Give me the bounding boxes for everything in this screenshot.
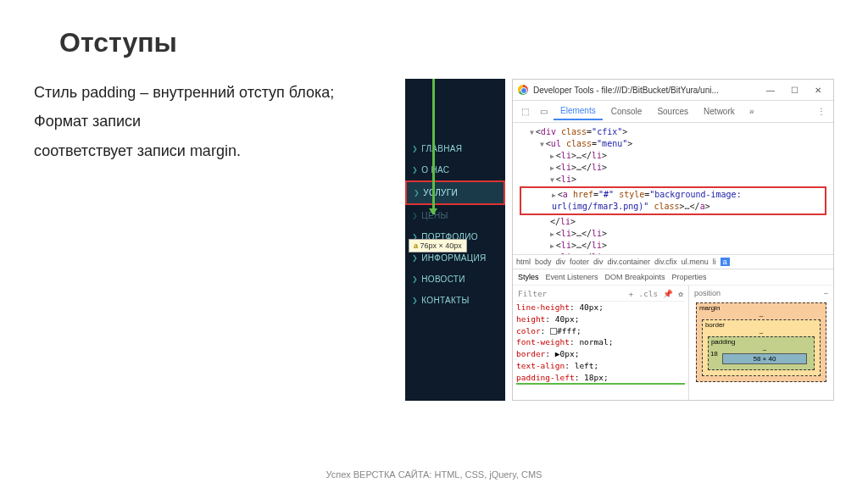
nav-item[interactable]: ❯НОВОСТИ (405, 269, 505, 290)
tab-network[interactable]: Network (697, 103, 742, 119)
kebab-menu-icon[interactable]: ⋮ (813, 107, 830, 116)
position-label: position (694, 289, 721, 297)
subtab-event-listeners[interactable]: Event Listeners (546, 273, 598, 281)
nav-item[interactable]: ❯О НАС (405, 159, 505, 180)
more-icon[interactable]: ✿ (678, 289, 683, 298)
cls-toggle[interactable]: .cls (638, 289, 658, 298)
subtab-styles[interactable]: Styles (518, 273, 539, 281)
more-tabs-icon[interactable]: » (743, 107, 760, 116)
chevron-right-icon: ❯ (412, 275, 418, 283)
breadcrumb[interactable]: htmlbodydivfooterdivdiv.containerdiv.cfi… (513, 254, 833, 269)
subtab-dom-breakpoints[interactable]: DOM Breakpoints (605, 273, 665, 281)
nav-label: УСЛУГИ (423, 188, 458, 197)
box-border: border – padding 18 – 58 × 40 (702, 319, 821, 376)
nav-item[interactable]: ❯ГЛАВНАЯ (405, 138, 505, 159)
chrome-icon (518, 85, 528, 95)
highlighted-node[interactable]: ▶<a href="#" style="background-image: ur… (520, 186, 826, 215)
chevron-right-icon: ❯ (412, 297, 418, 304)
nav-label: ГЛАВНАЯ (421, 144, 462, 153)
nav-label: КОНТАКТЫ (421, 296, 469, 305)
chevron-right-icon: ❯ (412, 212, 418, 219)
body-line: Стиль padding – внутренний отступ блока; (34, 79, 398, 106)
styles-panel[interactable]: Filter + .cls 📌 ✿ line-height: 40px; hei… (513, 286, 689, 400)
chevron-right-icon: ❯ (412, 166, 418, 174)
nav-label: ИНФОРМАЦИЯ (421, 253, 486, 263)
chevron-right-icon: ❯ (412, 145, 418, 152)
inspect-icon[interactable]: ⬚ (516, 107, 533, 116)
size-tooltip: a 76px × 40px (409, 239, 467, 252)
styles-subtabs: Styles Event Listeners DOM Breakpoints P… (513, 269, 833, 286)
add-rule-icon[interactable]: + (629, 289, 634, 298)
green-arrow (432, 79, 435, 214)
pin-icon[interactable]: 📌 (663, 289, 673, 298)
box-margin: margin – border – padding 18 – 58 × 40 (696, 302, 826, 382)
nav-label: О НАС (421, 165, 449, 175)
tab-elements[interactable]: Elements (554, 103, 603, 120)
body-line: соответствует записи margin. (34, 137, 398, 164)
site-nav-preview: ❯ГЛАВНАЯ ❯О НАС ❯УСЛУГИ a 76px × 40px ❯Ц… (405, 79, 505, 401)
nav-item[interactable]: ❯ЦЕНЫ (405, 205, 505, 226)
body-line: Формат записи (34, 108, 398, 135)
tab-console[interactable]: Console (604, 103, 649, 119)
nav-label: ЦЕНЫ (421, 211, 448, 220)
window-title: Developer Tools - file:///D:/BitBucket/B… (533, 86, 755, 95)
color-swatch[interactable] (550, 328, 557, 335)
device-toggle-icon[interactable]: ▭ (535, 107, 552, 116)
chevron-right-icon: ❯ (414, 189, 420, 197)
filter-input[interactable]: Filter (518, 289, 547, 298)
maximize-button[interactable]: ☐ (784, 83, 804, 97)
minimize-button[interactable]: — (760, 83, 781, 97)
dom-tree[interactable]: ▼<div class="cfix"> ▼<ul class="menu"> ▶… (513, 123, 833, 254)
subtab-properties[interactable]: Properties (672, 273, 707, 281)
slide-footer: Успех ВЕРСТКА САЙТА: HTML, CSS, jQuery, … (0, 469, 868, 480)
chevron-right-icon: ❯ (412, 254, 418, 262)
body-text: Стиль padding – внутренний отступ блока;… (34, 79, 398, 401)
box-padding: padding 18 – 58 × 40 (708, 336, 815, 370)
nav-label: НОВОСТИ (421, 274, 465, 284)
window-titlebar: Developer Tools - file:///D:/BitBucket/B… (513, 80, 833, 101)
devtools-window: Developer Tools - file:///D:/BitBucket/B… (512, 79, 834, 401)
slide-title: Отступы (59, 27, 834, 58)
nav-item[interactable]: ❯КОНТАКТЫ (405, 290, 505, 311)
tab-sources[interactable]: Sources (650, 103, 695, 119)
nav-item-selected[interactable]: ❯УСЛУГИ (405, 180, 505, 205)
devtools-tabs: ⬚ ▭ Elements Console Sources Network » ⋮ (513, 101, 833, 123)
close-button[interactable]: ✕ (808, 83, 828, 97)
box-model-panel: position– margin – border – padding 18 (689, 286, 833, 400)
box-content: 58 × 40 (722, 353, 807, 364)
